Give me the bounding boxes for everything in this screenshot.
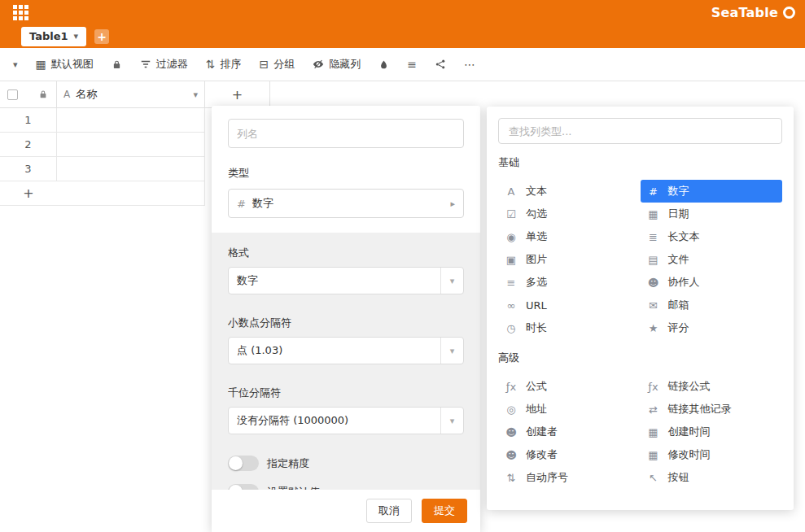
apps-grid-icon[interactable] [13,5,28,20]
row-color-icon[interactable] [378,59,389,70]
type-item[interactable]: ◉ 单选 [498,225,641,248]
type-item[interactable]: ▣ 图片 [498,248,641,271]
type-item[interactable]: ƒx 链接公式 [641,375,783,398]
type-search-input[interactable] [498,118,782,144]
mtime-icon: ▦ [647,449,660,461]
share-icon[interactable] [435,59,446,70]
add-row-button[interactable]: + [0,181,205,206]
type-item-label: URL [526,299,547,312]
row-number-cell[interactable]: 1 [0,108,57,132]
type-item[interactable]: # 数字 [641,180,783,203]
type-item[interactable]: ƒx 公式 [498,375,641,398]
cancel-button[interactable]: 取消 [366,499,412,523]
group-button[interactable]: ⊟ 分组 [260,57,295,72]
type-item[interactable]: ▦ 日期 [641,203,783,225]
row-value-cell[interactable] [57,108,205,132]
type-item[interactable]: ✉ 邮箱 [641,294,783,316]
modifier-icon: ☻ [505,449,518,461]
type-item[interactable]: ▤ 文件 [641,248,783,271]
single-select-icon: ◉ [505,231,518,243]
view-name: 默认视图 [51,57,94,72]
tab-table1[interactable]: Table1 ▾ [21,27,86,46]
column-name-input[interactable] [228,119,464,148]
row-value-cell[interactable] [57,133,205,156]
lock-view-icon[interactable] [112,59,122,70]
more-options-icon[interactable]: ⋯ [464,59,475,70]
freeze-lock-icon[interactable] [38,89,48,99]
filter-icon [140,59,151,70]
type-item[interactable]: A 文本 [498,180,641,203]
type-item[interactable]: ↖ 按钮 [641,466,783,489]
long-text-icon: ≣ [647,231,660,243]
type-item-label: 长文本 [668,229,700,244]
plus-icon: + [97,30,107,43]
filter-button[interactable]: 过滤器 [140,57,188,72]
hide-columns-button[interactable]: 隐藏列 [313,57,361,72]
format-select[interactable]: 数字 ▾ [228,267,464,294]
add-table-button[interactable]: + [94,29,109,44]
thousands-separator-value: 没有分隔符 (1000000) [229,408,440,434]
thousands-separator-select[interactable]: 没有分隔符 (1000000) ▾ [228,407,464,434]
precision-toggle-row: 指定精度 [228,456,464,471]
ctime-icon: ▦ [647,426,660,438]
type-item[interactable]: ▦ 修改时间 [641,443,783,466]
grid-view-icon: ▦ [36,59,46,70]
type-item[interactable]: ∞ URL [498,294,641,316]
type-item-label: 评分 [668,321,689,335]
type-item[interactable]: ⇅ 自动序号 [498,466,641,489]
seatable-app: SeaTable Table1 ▾ + ▾ ▦ 默认视图 过滤器 ⇅ [0,0,805,532]
column-type-picker-panel: 基础 A 文本 ☑ 勾选 ◉ 单选 [487,107,794,510]
add-column-button[interactable]: + [205,81,270,107]
decimal-separator-select[interactable]: 点 (1.03) ▾ [228,337,464,364]
format-label: 格式 [228,246,464,260]
type-item-label: 链接其他记录 [668,402,732,416]
type-item-label: 时长 [526,321,547,335]
column-menu-caret-icon[interactable]: ▾ [193,89,198,100]
type-item-label: 多选 [526,275,547,290]
type-item[interactable]: ☑ 勾选 [498,203,641,225]
type-item[interactable]: ◷ 时长 [498,316,641,339]
type-item[interactable]: ★ 评分 [641,316,783,339]
row-number-cell[interactable]: 2 [0,133,57,156]
row-height-icon[interactable]: ≡ [407,59,417,70]
submit-button[interactable]: 提交 [422,499,467,523]
row-value-cell[interactable] [57,157,205,181]
app-title: SeaTable [711,5,778,20]
type-item[interactable]: ☻ 创建者 [498,421,641,443]
type-item[interactable]: ▦ 创建时间 [641,421,783,443]
type-item[interactable]: ≣ 长文本 [641,225,783,248]
type-item[interactable]: ☻ 协作人 [641,271,783,294]
precision-toggle[interactable] [228,456,259,471]
creator-icon: ☻ [505,426,518,438]
caret-down-icon[interactable]: ▾ [74,31,79,41]
hide-columns-label: 隐藏列 [329,57,361,72]
type-item[interactable]: ☻ 修改者 [498,443,641,466]
view-selector[interactable]: ▦ 默认视图 [36,57,94,72]
column-type-select[interactable]: # 数字 ▸ [228,189,464,218]
views-caret-icon[interactable]: ▾ [13,59,18,70]
row-number-cell[interactable]: 3 [0,157,57,181]
plus-icon: + [232,87,243,102]
select-all-checkbox[interactable] [7,89,18,100]
link-formula-icon: ƒx [647,381,660,393]
column-header-name[interactable]: A 名称 ▾ [57,81,205,107]
image-icon: ▣ [505,254,518,266]
advanced-section-label: 高级 [498,351,782,365]
type-item-label: 链接公式 [668,379,711,394]
type-item-label: 数字 [668,184,689,198]
type-item[interactable]: ≡ 多选 [498,271,641,294]
sort-icon: ⇅ [206,59,216,70]
number-icon: # [647,185,660,198]
type-item[interactable]: ⇄ 链接其他记录 [641,398,783,421]
caret-down-icon: ▾ [440,408,463,434]
number-type-icon: # [237,198,246,210]
email-icon: ✉ [647,299,660,312]
number-options-section: 格式 数字 ▾ 小数点分隔符 点 (1.03) ▾ 千位分隔符 没有分隔符 (1… [212,233,480,495]
caret-down-icon: ▾ [440,268,463,294]
sort-button[interactable]: ⇅ 排序 [206,57,242,72]
column-editor-top: 类型 # 数字 ▸ [212,106,480,218]
checkbox-icon: ☑ [505,208,518,220]
button-icon: ↖ [647,472,660,484]
view-toolbar: ▾ ▦ 默认视图 过滤器 ⇅ 排序 ⊟ 分组 隐藏列 [0,48,805,81]
type-item[interactable]: ◎ 地址 [498,398,641,421]
